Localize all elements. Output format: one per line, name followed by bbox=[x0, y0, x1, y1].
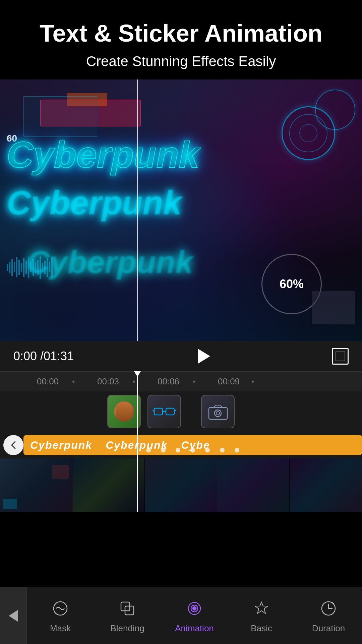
hud-rect bbox=[312, 291, 355, 324]
video-thumb-5 bbox=[290, 459, 362, 512]
timeline-controls-bar: 0:00 /01:31 bbox=[0, 341, 362, 371]
blending-label: Blending bbox=[110, 623, 144, 634]
page-title: Text & Sticker Animation bbox=[13, 20, 349, 47]
track-dot bbox=[220, 448, 225, 452]
text-bar[interactable]: Cyberpunk Cyberpunk Cybe bbox=[23, 435, 362, 455]
video-thumb-1 bbox=[0, 459, 72, 512]
video-thumb-2 bbox=[72, 459, 145, 512]
video-thumbnail-track bbox=[0, 459, 362, 512]
waveform bbox=[7, 254, 57, 281]
duration-label: Duration bbox=[312, 623, 345, 634]
marker-dot-1: • bbox=[72, 377, 75, 386]
back-arrow-icon bbox=[8, 440, 18, 450]
play-icon bbox=[198, 349, 210, 364]
basic-label: Basic bbox=[251, 623, 272, 634]
sticker-glasses[interactable] bbox=[147, 395, 181, 428]
track-dot bbox=[235, 448, 239, 452]
nav-item-blending[interactable]: Blending bbox=[94, 587, 161, 644]
page-subtitle: Create Stunning Effects Easily bbox=[13, 53, 349, 69]
video-preview: 60 Cyberpunk Cyberpunk Cyberpunk 60% bbox=[0, 79, 362, 341]
time-marker-9: 00:09 bbox=[218, 376, 240, 387]
svg-rect-5 bbox=[209, 408, 227, 419]
blending-icon bbox=[117, 598, 138, 619]
svg-rect-0 bbox=[154, 408, 163, 415]
svg-point-6 bbox=[215, 410, 221, 417]
marker-dot-4: • bbox=[251, 377, 254, 386]
svg-point-13 bbox=[193, 607, 196, 610]
marker-dot-3: • bbox=[193, 377, 195, 386]
track-dot bbox=[146, 448, 151, 452]
play-button[interactable] bbox=[191, 344, 215, 368]
nav-item-animation[interactable]: Animation bbox=[161, 587, 228, 644]
nav-item-duration[interactable]: Duration bbox=[295, 587, 362, 644]
svg-rect-1 bbox=[166, 408, 174, 415]
video-thumb-4 bbox=[217, 459, 290, 512]
time-display: 0:00 /01:31 bbox=[13, 349, 74, 363]
video-thumbnails bbox=[0, 459, 362, 512]
sticker-camera[interactable] bbox=[201, 395, 235, 428]
timeline-ruler-row: 00:00 00:03 00:06 00:09 • • • • bbox=[0, 371, 362, 391]
animation-label: Animation bbox=[175, 623, 214, 634]
hud-panel bbox=[23, 96, 97, 137]
track-dot bbox=[190, 448, 195, 452]
video-playhead bbox=[137, 79, 138, 341]
cyber-text-1: Cyberpunk bbox=[7, 133, 199, 176]
mask-icon bbox=[50, 598, 71, 619]
mask-label: Mask bbox=[50, 623, 71, 634]
track-dot bbox=[205, 448, 210, 452]
track-dot bbox=[176, 448, 180, 452]
text-track: Cyberpunk Cyberpunk Cybe bbox=[0, 432, 362, 459]
animation-icon bbox=[184, 598, 205, 619]
bottom-nav: Mask Blending Animation bbox=[0, 587, 362, 644]
text-label-1: Cyberpunk bbox=[30, 439, 92, 451]
camera-icon bbox=[207, 402, 229, 421]
timeline-container: 00:00 00:03 00:06 00:09 • • • • bbox=[0, 371, 362, 512]
basic-icon bbox=[251, 598, 272, 619]
nav-back-button[interactable] bbox=[0, 587, 27, 644]
track-back-button[interactable] bbox=[3, 435, 23, 455]
hud-circle-small bbox=[315, 90, 355, 130]
video-thumb-3 bbox=[145, 459, 217, 512]
track-dots bbox=[146, 448, 239, 452]
time-marker-6: 00:06 bbox=[158, 376, 179, 387]
hud-percent-label: 60% bbox=[280, 277, 304, 291]
duration-icon bbox=[318, 598, 339, 619]
cyber-text-2: Cyberpunk bbox=[7, 183, 182, 222]
glasses-icon bbox=[153, 403, 176, 420]
nav-back-arrow-icon bbox=[9, 610, 18, 622]
marker-dot-2: • bbox=[132, 377, 135, 386]
sticker-face[interactable] bbox=[107, 395, 141, 428]
nav-items-container: Mask Blending Animation bbox=[27, 587, 362, 644]
fullscreen-button[interactable] bbox=[332, 348, 349, 365]
header: Text & Sticker Animation Create Stunning… bbox=[0, 0, 362, 79]
time-marker-0: 00:00 bbox=[37, 376, 59, 387]
svg-point-7 bbox=[216, 412, 220, 415]
sticker-track bbox=[0, 391, 362, 432]
time-marker-3: 00:03 bbox=[97, 376, 119, 387]
track-dot bbox=[161, 448, 166, 452]
nav-item-basic[interactable]: Basic bbox=[228, 587, 295, 644]
nav-item-mask[interactable]: Mask bbox=[27, 587, 94, 644]
